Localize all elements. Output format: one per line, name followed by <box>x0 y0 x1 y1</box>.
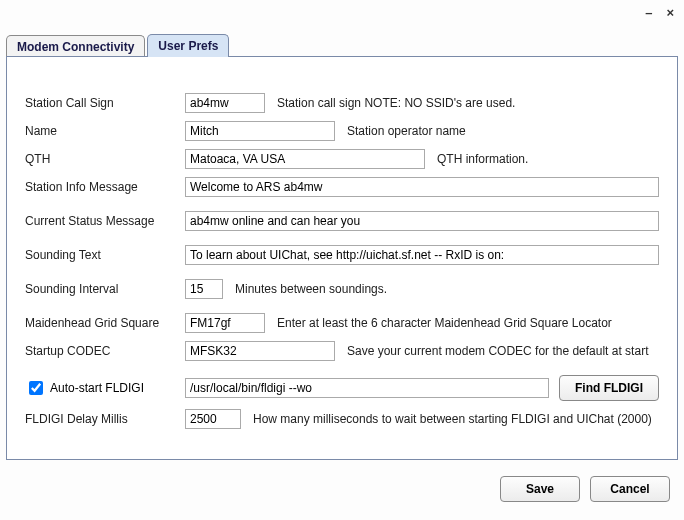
find-fldigi-button[interactable]: Find FLDIGI <box>559 375 659 401</box>
callsign-input[interactable] <box>185 93 265 113</box>
interval-hint: Minutes between soundings. <box>235 282 387 296</box>
autostart-checkbox[interactable] <box>29 381 43 395</box>
tabs: Modem Connectivity User Prefs <box>6 34 678 57</box>
info-label: Station Info Message <box>25 180 185 194</box>
qth-input[interactable] <box>185 149 425 169</box>
minimize-icon[interactable]: – <box>645 6 652 19</box>
codec-input[interactable] <box>185 341 335 361</box>
status-label: Current Status Message <box>25 214 185 228</box>
sounding-input[interactable] <box>185 245 659 265</box>
save-button[interactable]: Save <box>500 476 580 502</box>
close-icon[interactable]: × <box>666 6 674 19</box>
maidenhead-label: Maidenhead Grid Square <box>25 316 185 330</box>
delay-label: FLDIGI Delay Millis <box>25 412 185 426</box>
autostart-label: Auto-start FLDIGI <box>50 381 144 395</box>
callsign-label: Station Call Sign <box>25 96 185 110</box>
codec-label: Startup CODEC <box>25 344 185 358</box>
delay-hint: How many milliseconds to wait between st… <box>253 412 652 426</box>
status-input[interactable] <box>185 211 659 231</box>
tab-modem-connectivity[interactable]: Modem Connectivity <box>6 35 145 58</box>
cancel-button[interactable]: Cancel <box>590 476 670 502</box>
sounding-label: Sounding Text <box>25 248 185 262</box>
autostart-path-input[interactable] <box>185 378 549 398</box>
name-hint: Station operator name <box>347 124 466 138</box>
codec-hint: Save your current modem CODEC for the de… <box>347 344 648 358</box>
qth-label: QTH <box>25 152 185 166</box>
maidenhead-hint: Enter at least the 6 character Maidenhea… <box>277 316 612 330</box>
delay-input[interactable] <box>185 409 241 429</box>
user-prefs-panel: Station Call Sign Station call sign NOTE… <box>6 56 678 460</box>
interval-input[interactable] <box>185 279 223 299</box>
tab-user-prefs[interactable]: User Prefs <box>147 34 229 57</box>
callsign-hint: Station call sign NOTE: NO SSID's are us… <box>277 96 515 110</box>
maidenhead-input[interactable] <box>185 313 265 333</box>
qth-hint: QTH information. <box>437 152 528 166</box>
info-input[interactable] <box>185 177 659 197</box>
name-label: Name <box>25 124 185 138</box>
interval-label: Sounding Interval <box>25 282 185 296</box>
name-input[interactable] <box>185 121 335 141</box>
